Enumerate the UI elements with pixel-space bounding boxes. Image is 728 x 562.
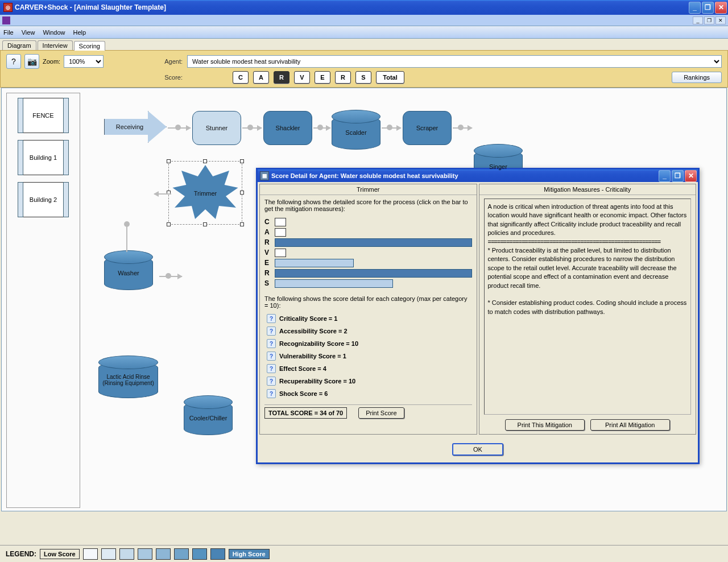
window-buttons: _ ❐ ✕ <box>689 2 727 14</box>
score-total-button[interactable]: Total <box>376 71 404 84</box>
help-icon[interactable]: ? <box>267 389 276 398</box>
tab-interview[interactable]: Interview <box>38 40 73 50</box>
legend-label: LEGEND: <box>6 550 36 558</box>
app-title: CARVER+Shock - [Animal Slaughter Templat… <box>15 3 689 11</box>
help-icon[interactable]: ? <box>267 339 276 348</box>
node-shackler[interactable]: Shackler <box>263 111 312 145</box>
score-a-button[interactable]: A <box>253 71 269 84</box>
menu-window[interactable]: Window <box>43 29 65 36</box>
app-icon: ◎ <box>3 3 13 12</box>
mitigation-text[interactable]: A node is critical when introduction of … <box>484 199 692 415</box>
scoring-toolbar: ? 📷 Zoom: 100% Agent: Water soluble mode… <box>0 50 728 88</box>
score-list-note: The following shows the score detail for… <box>264 295 472 309</box>
score-label: Score: <box>154 74 183 81</box>
score-e-button[interactable]: E <box>315 71 330 84</box>
score-criticality: Criticality Score = 1 <box>279 315 337 322</box>
bar-e[interactable] <box>275 259 354 267</box>
score-panel-title: Trimmer <box>260 184 477 195</box>
menu-file[interactable]: File <box>3 29 14 36</box>
legend-swatch <box>101 548 116 560</box>
help-icon[interactable]: ? <box>267 327 276 336</box>
mdi-toolbar: _ ❐ ✕ <box>0 15 728 26</box>
camera-icon[interactable]: 📷 <box>24 54 39 69</box>
help-icon[interactable]: ? <box>267 377 276 386</box>
inner-restore-button[interactable]: ❐ <box>704 16 714 24</box>
help-icon[interactable]: ? <box>267 364 276 373</box>
print-this-mitigation-button[interactable]: Print This Mitigation <box>505 419 585 431</box>
legend-swatch <box>174 548 189 560</box>
bar-a[interactable] <box>275 228 286 237</box>
zoom-select[interactable]: 100% <box>64 55 104 68</box>
legend-swatch <box>192 548 207 560</box>
ok-button[interactable]: OK <box>452 443 503 456</box>
palette-building-2[interactable]: Building 2 <box>18 182 69 217</box>
node-scraper[interactable]: Scraper <box>403 111 452 145</box>
close-button[interactable]: ✕ <box>715 2 727 14</box>
menu-view[interactable]: View <box>22 29 35 36</box>
dialog-close-button[interactable]: ✕ <box>685 170 697 182</box>
dialog-minimize-button[interactable]: _ <box>659 170 671 182</box>
print-all-mitigation-button[interactable]: Print All Mitigation <box>590 419 670 431</box>
score-recognizability: Recognizability Score = 10 <box>279 340 358 347</box>
zoom-label: Zoom: <box>43 58 60 65</box>
score-r2-button[interactable]: R <box>335 71 351 84</box>
agent-select[interactable]: Water soluble modest heat survivability <box>187 55 722 68</box>
dialog-title: Score Detail for Agent: Water soluble mo… <box>271 172 659 179</box>
tab-scoring[interactable]: Scoring <box>74 41 105 51</box>
tabs: Diagram Interview Scoring <box>0 39 728 50</box>
mitigation-panel-title: Mitigation Measures - Criticality <box>479 184 696 195</box>
score-s-button[interactable]: S <box>355 71 371 84</box>
maximize-button[interactable]: ❐ <box>702 2 714 14</box>
score-v-button[interactable]: V <box>294 71 310 84</box>
connector <box>154 193 171 195</box>
inner-minimize-button[interactable]: _ <box>693 16 703 24</box>
node-washer[interactable]: Washer <box>104 256 153 290</box>
total-score: TOTAL SCORE = 34 of 70 <box>264 407 347 419</box>
minimize-button[interactable]: _ <box>689 2 701 14</box>
score-r-button[interactable]: R <box>274 71 289 84</box>
legend-swatch <box>83 548 98 560</box>
score-effect: Effect Score = 4 <box>279 365 326 372</box>
palette-fence[interactable]: FENCE <box>18 98 69 133</box>
dialog-maximize-button[interactable]: ❐ <box>672 170 684 182</box>
carver-chart: C A R V E R S <box>264 217 472 288</box>
help-icon[interactable]: ? <box>6 54 21 69</box>
bar-r[interactable] <box>275 238 472 247</box>
doc-icon <box>2 16 10 24</box>
dialog-icon: ▦ <box>260 171 269 180</box>
tab-diagram[interactable]: Diagram <box>2 40 36 50</box>
score-vulnerability: Vulnerability Score = 1 <box>279 353 346 359</box>
bar-s[interactable] <box>275 279 393 288</box>
score-shock: Shock Score = 6 <box>279 390 328 397</box>
node-lactic[interactable]: Lactic Acid Rinse (Rinsing Equipment) <box>98 361 158 398</box>
legend-swatch <box>210 548 225 560</box>
mitigation-panel: Mitigation Measures - Criticality A node… <box>479 184 697 435</box>
score-panel: Trimmer The following shows the detailed… <box>259 184 477 435</box>
dialog-titlebar: ▦ Score Detail for Agent: Water soluble … <box>258 170 698 182</box>
inner-close-button[interactable]: ✕ <box>715 16 726 24</box>
score-c-button[interactable]: C <box>233 71 249 84</box>
node-receiving[interactable]: Receiving <box>104 111 167 143</box>
menu-help[interactable]: Help <box>73 29 86 36</box>
agent-label: Agent: <box>154 58 183 65</box>
palette-building-1[interactable]: Building 1 <box>18 140 69 175</box>
score-accessibility: Accessibility Score = 2 <box>279 328 348 334</box>
help-icon[interactable]: ? <box>267 352 276 361</box>
legend-high: High Score <box>229 549 270 559</box>
print-score-button[interactable]: Print Score <box>358 407 404 419</box>
score-recuperability: Recuperability Score = 10 <box>279 378 355 385</box>
legend-bar: LEGEND: Low Score High Score <box>0 545 728 562</box>
app-titlebar: ◎ CARVER+Shock - [Animal Slaughter Templ… <box>0 0 728 15</box>
help-icon[interactable]: ? <box>267 314 276 323</box>
bar-r2[interactable] <box>275 269 472 278</box>
legend-swatch <box>138 548 152 560</box>
bar-v[interactable] <box>275 249 286 257</box>
palette-sidebar: FENCE Building 1 Building 2 <box>6 93 80 508</box>
bar-c[interactable] <box>275 218 286 226</box>
legend-swatch <box>119 548 134 560</box>
menubar: File View Window Help <box>0 26 728 39</box>
node-scalder[interactable]: Scalder <box>332 115 380 150</box>
rankings-button[interactable]: Rankings <box>672 72 722 83</box>
node-cooler[interactable]: Cooler/Chiller <box>184 401 233 435</box>
node-stunner[interactable]: Stunner <box>192 111 241 145</box>
